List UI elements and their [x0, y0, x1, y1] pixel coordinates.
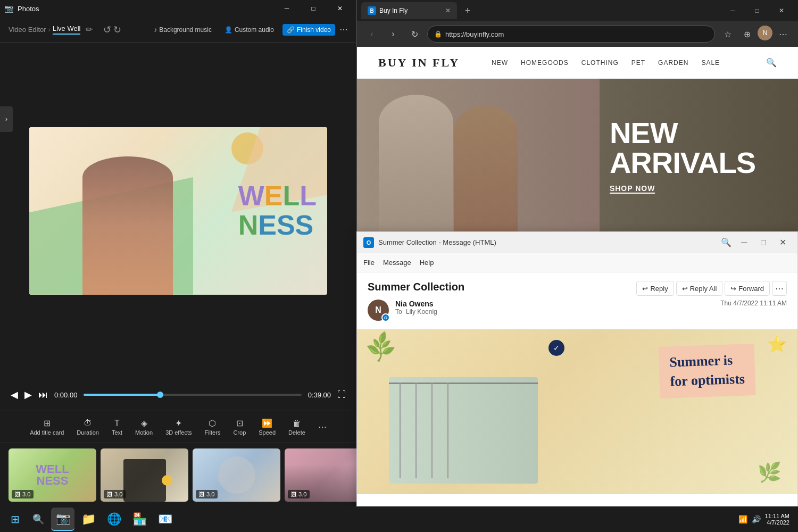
add-title-card-tool[interactable]: ⊞ Add title card	[24, 415, 69, 439]
browser-titlebar: B Buy In Fly ✕ + ─ □ ✕	[357, 0, 798, 21]
step-forward-button[interactable]: ⏭	[38, 389, 48, 401]
undo-icon[interactable]: ↺	[103, 24, 111, 36]
email-body: Summer Collection ↩ Reply ↩ Reply All ↪ …	[357, 272, 797, 506]
taskbar-edge[interactable]: 🌐	[102, 508, 126, 531]
search-icon[interactable]: 🔍	[766, 57, 777, 68]
background-music-button[interactable]: ♪ Background music	[149, 24, 216, 36]
email-titlebar-controls: ─ □ ✕	[736, 234, 791, 251]
start-button[interactable]: ⊞	[4, 509, 26, 530]
profile-button[interactable]: N	[758, 26, 772, 40]
video-progress-bar[interactable]	[84, 394, 301, 396]
reply-icon: ↩	[642, 285, 648, 293]
tab-close-button[interactable]: ✕	[445, 7, 451, 14]
filmstrip-thumb-3[interactable]: 🖼 3.0	[193, 448, 280, 502]
more-tools-button[interactable]: ⋯	[313, 419, 332, 435]
taskbar-clock[interactable]: 11:11 AM 4/7/2022	[765, 513, 794, 526]
taskbar-photos-app[interactable]: 📷	[51, 508, 74, 531]
clock-date: 4/7/2022	[767, 519, 789, 526]
email-maximize-button[interactable]: □	[755, 234, 772, 251]
new-tab-button[interactable]: +	[459, 2, 476, 19]
sidebar-toggle[interactable]: ›	[0, 106, 13, 132]
taskbar-store[interactable]: 🏪	[128, 508, 151, 531]
minimize-button[interactable]: ─	[275, 0, 299, 17]
filmstrip-thumb-2[interactable]: 🖼 3.0	[101, 448, 188, 502]
menu-message[interactable]: Message	[383, 259, 411, 267]
maximize-button[interactable]: □	[301, 0, 326, 17]
browser-window: B Buy In Fly ✕ + ─ □ ✕ ‹ › ↻ 🔒 https://b…	[356, 0, 798, 239]
accent-circle: ✓	[548, 340, 564, 356]
effects-icon: ✦	[175, 418, 182, 428]
video-controls: ◀ ▶ ⏭ 0:00.00 0:39.00 ⛶	[0, 379, 356, 411]
back-button[interactable]: ‹	[363, 26, 380, 43]
browser-toolbar-right: ☆ ⊕ N ⋯	[719, 26, 792, 43]
nav-homegoods[interactable]: HOMEGOODS	[521, 59, 569, 66]
nav-new[interactable]: NEW	[492, 59, 508, 66]
taskbar-file-explorer[interactable]: 📁	[77, 508, 100, 531]
text-tool[interactable]: T Text	[106, 415, 128, 439]
effects-3d-tool[interactable]: ✦ 3D effects	[160, 415, 197, 439]
refresh-button[interactable]: ↻	[406, 26, 423, 43]
reply-button[interactable]: ↩ Reply	[636, 281, 674, 296]
email-message: Summer Collection ↩ Reply ↩ Reply All ↪ …	[357, 272, 797, 329]
nav-sale[interactable]: SALE	[701, 59, 720, 66]
audio-icon: 👤	[225, 26, 232, 34]
taskbar-search-button[interactable]: 🔍	[28, 509, 49, 530]
filmstrip-thumb-1[interactable]: WELLNESS 🖼 3.0	[9, 448, 96, 502]
duration-tool[interactable]: ⏱ Duration	[71, 415, 104, 439]
browser-tab[interactable]: B Buy In Fly ✕	[361, 2, 457, 19]
email-search[interactable]: 🔍	[721, 237, 732, 247]
email-more-button[interactable]: ⋯	[772, 281, 787, 296]
nav-clothing[interactable]: CLOTHING	[581, 59, 619, 66]
email-close-button[interactable]: ✕	[774, 234, 791, 251]
nav-pet[interactable]: PET	[631, 59, 645, 66]
speed-tool[interactable]: ⏩ Speed	[253, 415, 281, 439]
email-menubar: File Message Help	[357, 253, 797, 272]
hero-cta-button[interactable]: SHOP NOW	[610, 184, 655, 194]
browser-minimize-button[interactable]: ─	[720, 2, 745, 19]
browser-maximize-button[interactable]: □	[745, 2, 769, 19]
tab-title: Buy In Fly	[379, 7, 408, 14]
email-header: N O Nia Owens To Lily Koenig Thu 4/7/202…	[368, 300, 787, 321]
nav-garden[interactable]: GARDEN	[658, 59, 688, 66]
text-icon: T	[114, 419, 120, 428]
custom-audio-button[interactable]: 👤 Custom audio	[220, 24, 278, 36]
end-time: 0:39.00	[308, 391, 331, 399]
collections-button[interactable]: ⊕	[738, 26, 755, 43]
breadcrumb: Video Editor › Live Well ✏	[9, 24, 93, 35]
fullscreen-button[interactable]: ⛶	[337, 390, 346, 400]
forward-button[interactable]: ↪ Forward	[725, 281, 770, 296]
email-minimize-button[interactable]: ─	[736, 234, 753, 251]
delete-tool[interactable]: 🗑 Delete	[283, 415, 311, 439]
forward-button[interactable]: ›	[385, 26, 402, 43]
outlook-taskbar-icon: 📧	[158, 512, 172, 526]
favorites-button[interactable]: ☆	[719, 26, 736, 43]
crop-tool[interactable]: ⊡ Crop	[228, 415, 251, 439]
edit-name-icon[interactable]: ✏	[86, 24, 93, 35]
photos-app-title: Photos	[18, 5, 39, 13]
close-button[interactable]: ✕	[328, 0, 352, 17]
filmstrip-thumb-4[interactable]: 🖼 3.0	[285, 448, 356, 502]
reply-all-icon: ↩	[682, 285, 688, 293]
menu-file[interactable]: File	[363, 259, 375, 267]
browser-close-button[interactable]: ✕	[769, 2, 794, 19]
filters-tool[interactable]: ⬡ Filters	[199, 415, 226, 439]
music-icon: ♪	[154, 26, 157, 34]
wellness-e2: E	[258, 210, 277, 240]
taskbar-outlook[interactable]: 📧	[153, 508, 177, 531]
address-bar[interactable]: 🔒 https://buyinfly.com	[427, 26, 715, 43]
more-options-button[interactable]: ⋯	[339, 24, 348, 35]
menu-help[interactable]: Help	[420, 259, 434, 267]
reply-all-button[interactable]: ↩ Reply All	[676, 281, 723, 296]
rewind-button[interactable]: ◀	[11, 389, 18, 401]
finish-video-button[interactable]: 🔗 Finish video	[282, 24, 335, 36]
motion-tool[interactable]: ◈ Motion	[130, 415, 158, 439]
breadcrumb-current[interactable]: Live Well	[53, 24, 81, 35]
site-logo[interactable]: BUY IN FLY	[378, 56, 460, 70]
current-time: 0:00.00	[54, 391, 77, 399]
breadcrumb-parent[interactable]: Video Editor	[9, 26, 46, 34]
play-button[interactable]: ▶	[24, 389, 32, 401]
redo-icon[interactable]: ↻	[113, 24, 121, 36]
settings-button[interactable]: ⋯	[775, 26, 792, 43]
image-icon-2: 🖼	[107, 491, 113, 497]
to-label: To	[395, 308, 402, 315]
